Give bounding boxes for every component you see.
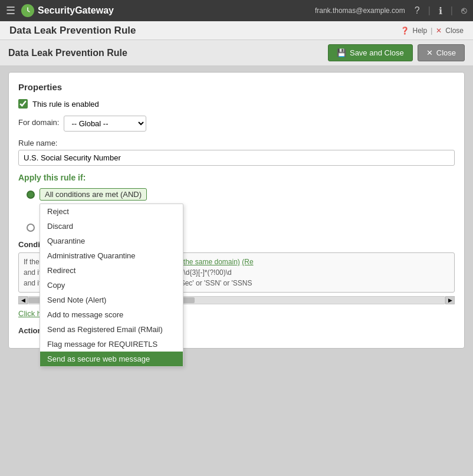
dropdown-item-discard[interactable]: Discard <box>40 219 183 234</box>
save-and-close-button[interactable]: 💾 Save and Close <box>328 44 413 61</box>
dropdown-item-rmail[interactable]: Send as Registered Email (RMail) <box>40 322 183 337</box>
user-email: frank.thomas@example.com <box>315 6 405 15</box>
save-icon: 💾 <box>337 48 346 57</box>
enabled-checkbox[interactable] <box>18 99 28 109</box>
domain-select[interactable]: -- Global -- <box>64 116 146 132</box>
help-question-icon: ❓ <box>400 27 409 35</box>
logo-text: SecurityGateway <box>38 5 114 16</box>
separator2: | <box>451 5 453 16</box>
page-header-links: ❓ Help | ✕ Close <box>400 27 464 35</box>
dropdown-item-secure-web[interactable]: Send as secure web message <box>40 352 183 366</box>
dropdown-item-copy[interactable]: Copy <box>40 278 183 293</box>
close-circle-icon: ✕ <box>436 27 442 35</box>
enabled-checkbox-row: This rule is enabled <box>18 99 455 109</box>
page-title: Data Leak Prevention Rule <box>8 48 328 58</box>
close-button[interactable]: ✕ Close <box>418 44 465 61</box>
rule-name-label: Rule name: <box>18 139 455 147</box>
apply-rule-title: Apply this rule if: <box>18 173 455 182</box>
dropdown-item-admin-quarantine[interactable]: Administrative Quarantine <box>40 248 183 263</box>
titlebar: ☰ SecurityGateway frank.thomas@example.c… <box>0 0 473 21</box>
condition-dropdown-container: All conditions are met (AND) Reject Disc… <box>40 188 147 201</box>
domain-label: For domain: <box>18 118 59 127</box>
info-icon-btn[interactable]: ℹ <box>439 5 442 17</box>
rule-name-input[interactable] <box>18 150 455 166</box>
dropdown-item-quarantine[interactable]: Quarantine <box>40 234 183 248</box>
help-icon-btn[interactable]: ? <box>415 5 420 16</box>
properties-section-title: Properties <box>18 82 455 92</box>
dropdown-item-redirect[interactable]: Redirect <box>40 263 183 278</box>
condition-type-box[interactable]: All conditions are met (AND) <box>40 188 147 201</box>
page-header: Data Leak Prevention Rule ❓ Help | ✕ Clo… <box>0 21 473 40</box>
main-content: Properties This rule is enabled For doma… <box>0 66 473 476</box>
scroll-right-arrow[interactable]: ▶ <box>445 296 455 304</box>
all-conditions-radio[interactable] <box>27 191 35 199</box>
sub-header: Data Leak Prevention Rule 💾 Save and Clo… <box>0 40 473 66</box>
menu-icon[interactable]: ☰ <box>6 4 15 17</box>
enabled-label: This rule is enabled <box>32 100 99 109</box>
logo-icon <box>21 4 34 17</box>
any-conditions-radio[interactable] <box>27 224 35 232</box>
all-conditions-option: All conditions are met (AND) Reject Disc… <box>27 188 455 201</box>
titlebar-actions: ? | ℹ | ⎋ <box>415 5 467 17</box>
scroll-left-arrow[interactable]: ◀ <box>18 296 28 304</box>
header-close-link[interactable]: Close <box>445 27 464 35</box>
domain-row: For domain: -- Global -- <box>18 116 455 132</box>
condition-re-label: (Re <box>242 258 253 266</box>
dropdown-item-reject[interactable]: Reject <box>40 204 183 219</box>
logo: SecurityGateway <box>21 4 114 17</box>
dropdown-item-add-score[interactable]: Add to message score <box>40 307 183 322</box>
help-link[interactable]: Help <box>413 27 428 35</box>
page-header-title: Data Leak Prevention Rule <box>9 25 136 37</box>
dropdown-item-requiretls[interactable]: Flag message for REQUIRETLS <box>40 337 183 352</box>
conditions-radio-group: All conditions are met (AND) Reject Disc… <box>27 188 455 234</box>
separator1: | <box>428 5 431 16</box>
action-dropdown-menu: Reject Discard Quarantine Administrative… <box>40 203 183 367</box>
close-x-icon: ✕ <box>426 48 433 57</box>
pipe: | <box>431 27 432 35</box>
properties-panel: Properties This rule is enabled For doma… <box>8 72 465 349</box>
dropdown-item-send-note[interactable]: Send Note (Alert) <box>40 293 183 307</box>
signout-icon-btn[interactable]: ⎋ <box>461 5 467 16</box>
